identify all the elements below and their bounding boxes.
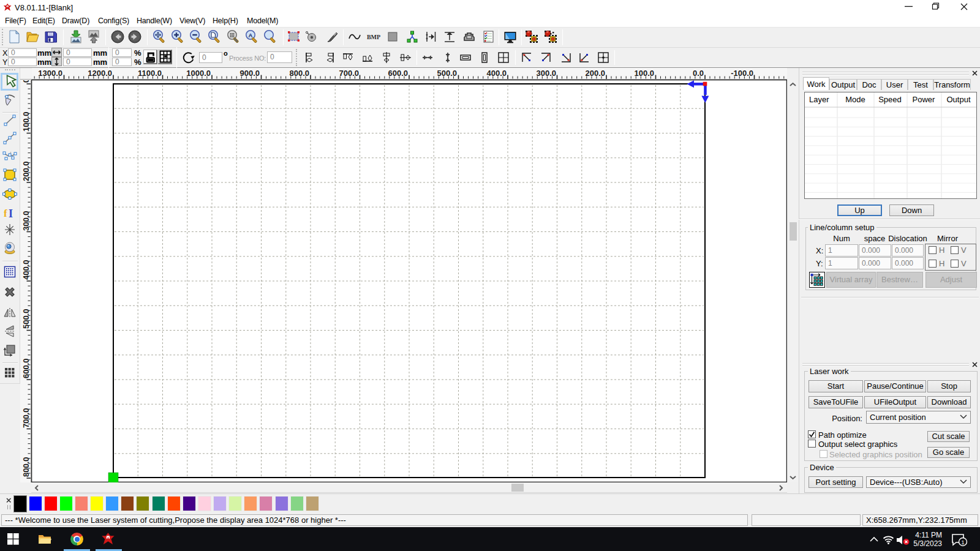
- svg-text:0.0: 0.0: [21, 80, 31, 83]
- svg-text:700.0: 700.0: [339, 69, 359, 78]
- svg-text:1000.0: 1000.0: [186, 69, 211, 78]
- svg-text:1100.0: 1100.0: [138, 69, 162, 78]
- svg-text:100.0: 100.0: [21, 111, 31, 132]
- svg-text:600.0: 600.0: [21, 358, 31, 378]
- svg-text:200.0: 200.0: [585, 69, 605, 78]
- svg-text:-100.0: -100.0: [731, 69, 753, 78]
- svg-text:f: f: [4, 208, 7, 219]
- svg-text:800.0: 800.0: [289, 69, 309, 78]
- svg-text:Output: Output: [946, 95, 970, 104]
- svg-text:1200.0: 1200.0: [88, 69, 112, 78]
- svg-text:900.0: 900.0: [239, 69, 260, 78]
- svg-text:0.0: 0.0: [693, 69, 704, 78]
- svg-text:600.0: 600.0: [388, 69, 408, 78]
- svg-text:700.0: 700.0: [21, 408, 31, 428]
- svg-text:500.0: 500.0: [437, 69, 457, 78]
- svg-text:Power: Power: [913, 95, 936, 104]
- svg-text:Layer: Layer: [809, 95, 829, 104]
- svg-text:Mode: Mode: [845, 95, 865, 104]
- svg-text:1300.0: 1300.0: [38, 69, 62, 78]
- svg-text:100.0: 100.0: [634, 69, 654, 78]
- svg-text:BMP: BMP: [367, 34, 380, 40]
- svg-text:400.0: 400.0: [21, 260, 31, 280]
- svg-text:300.0: 300.0: [536, 69, 556, 78]
- svg-text:1: 1: [961, 539, 964, 545]
- svg-text:A: A: [249, 32, 253, 39]
- svg-text:300.0: 300.0: [21, 211, 31, 231]
- svg-text:500.0: 500.0: [21, 309, 31, 329]
- svg-text:800.0: 800.0: [21, 457, 31, 477]
- svg-text:Speed: Speed: [878, 95, 902, 104]
- svg-text:400.0: 400.0: [486, 69, 507, 78]
- svg-text:I: I: [9, 208, 13, 220]
- svg-text:200.0: 200.0: [21, 161, 31, 181]
